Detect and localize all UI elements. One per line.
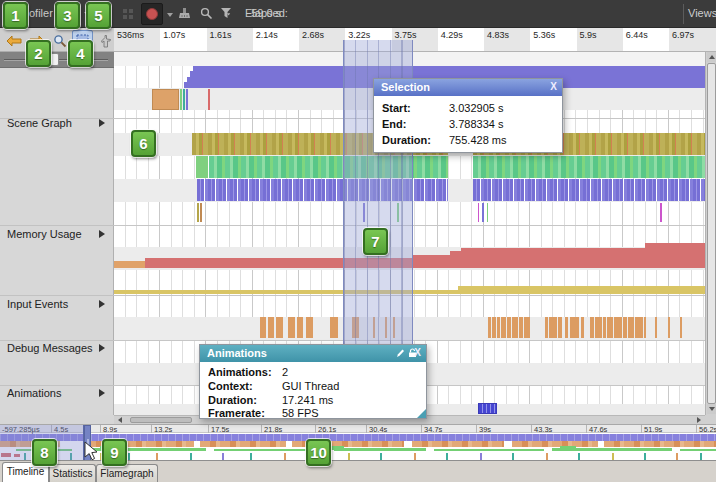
timeline-event-segment[interactable] bbox=[482, 203, 484, 222]
input-event-bar[interactable] bbox=[260, 317, 266, 338]
horizontal-scrollbar-thumb[interactable] bbox=[130, 417, 192, 423]
view-event-info-hand-icon[interactable] bbox=[95, 30, 116, 50]
ruler-cell[interactable]: 4.83s bbox=[484, 28, 531, 52]
zoom-slider-handle[interactable] bbox=[50, 53, 59, 66]
timeline-event-segment[interactable] bbox=[478, 403, 497, 414]
close-icon[interactable]: X bbox=[414, 347, 421, 358]
timeline-event-segment[interactable] bbox=[645, 243, 706, 268]
timeline-event-segment[interactable] bbox=[183, 89, 185, 110]
input-event-bar[interactable] bbox=[607, 317, 613, 338]
input-event-bar[interactable] bbox=[497, 317, 500, 338]
input-event-bar[interactable] bbox=[276, 317, 283, 338]
close-icon[interactable]: X bbox=[550, 81, 557, 92]
input-event-bar[interactable] bbox=[512, 317, 518, 338]
record-dropdown-caret-icon[interactable] bbox=[167, 13, 173, 17]
vertical-scrollbar-thumb[interactable] bbox=[707, 63, 716, 404]
ruler-cell[interactable]: 2.68s bbox=[299, 28, 346, 52]
input-event-bar[interactable] bbox=[644, 317, 646, 338]
timeline-event-segment[interactable] bbox=[487, 203, 488, 222]
input-event-bar[interactable] bbox=[330, 317, 338, 338]
scroll-up-button[interactable] bbox=[707, 52, 716, 62]
timeline-event-segment[interactable] bbox=[197, 203, 199, 222]
record-button[interactable] bbox=[141, 3, 163, 25]
ruler-cell[interactable]: 4.29s bbox=[438, 28, 485, 52]
filter-icon[interactable] bbox=[220, 7, 238, 25]
timeline-event-segment[interactable] bbox=[196, 156, 208, 178]
timeline-event-segment[interactable] bbox=[180, 89, 182, 110]
search-timeline-icon[interactable] bbox=[200, 7, 218, 25]
sidebar-category-animations[interactable]: Animations bbox=[0, 386, 114, 402]
input-event-bar[interactable] bbox=[507, 317, 511, 338]
timeline-event-segment[interactable] bbox=[114, 261, 145, 268]
zoom-icon[interactable] bbox=[49, 30, 70, 50]
jump-previous-event-button[interactable] bbox=[3, 30, 24, 50]
input-event-bar[interactable] bbox=[306, 317, 313, 338]
timeline-event-segment[interactable] bbox=[461, 248, 645, 268]
resize-grip[interactable] bbox=[417, 409, 426, 418]
input-event-bar[interactable] bbox=[268, 317, 274, 338]
input-event-bar[interactable] bbox=[558, 317, 562, 338]
input-event-bar[interactable] bbox=[590, 317, 594, 338]
input-event-bar[interactable] bbox=[668, 317, 670, 338]
input-event-bar[interactable] bbox=[524, 317, 530, 338]
timeline-event-segment[interactable] bbox=[660, 203, 662, 222]
input-event-bar[interactable] bbox=[288, 317, 295, 338]
input-event-bar[interactable] bbox=[297, 317, 303, 338]
discard-data-icon[interactable] bbox=[178, 7, 196, 25]
timeline-event-segment[interactable] bbox=[208, 89, 210, 110]
timeline-event-segment[interactable] bbox=[200, 203, 202, 222]
zoom-slider[interactable] bbox=[0, 52, 114, 68]
sidebar-category-memory-usage[interactable]: Memory Usage bbox=[0, 227, 114, 243]
selection-popup-titlebar[interactable]: Selection X bbox=[374, 79, 562, 96]
scroll-right-button[interactable] bbox=[694, 417, 703, 424]
ruler-cell[interactable]: 6.97s bbox=[669, 28, 716, 52]
timeline-event-segment[interactable] bbox=[413, 255, 450, 268]
expand-arrow-icon[interactable] bbox=[99, 389, 105, 397]
input-event-bar[interactable] bbox=[581, 317, 584, 338]
input-event-bar[interactable] bbox=[655, 317, 657, 338]
timeline-event-segment[interactable] bbox=[473, 179, 706, 201]
scroll-down-button[interactable] bbox=[707, 404, 716, 414]
input-event-bar[interactable] bbox=[623, 317, 627, 338]
input-event-bar[interactable] bbox=[519, 317, 523, 338]
ruler-cell[interactable]: 5.9s bbox=[577, 28, 624, 52]
input-event-bar[interactable] bbox=[565, 317, 568, 338]
timeline-event-segment[interactable] bbox=[478, 203, 479, 222]
input-event-bar[interactable] bbox=[635, 317, 643, 338]
time-ruler[interactable]: 536ms1.07s1.61s2.14s2.68s3.22s3.75s4.29s… bbox=[114, 28, 716, 52]
input-event-bar[interactable] bbox=[545, 317, 548, 338]
ruler-cell[interactable]: 5.36s bbox=[530, 28, 577, 52]
sidebar-category-debug-messages[interactable]: Debug Messages bbox=[0, 341, 114, 357]
ruler-cell[interactable]: 2.14s bbox=[253, 28, 300, 52]
views-button[interactable]: Views bbox=[688, 7, 716, 19]
input-event-bar[interactable] bbox=[628, 317, 634, 338]
sidebar-category-input-events[interactable]: Input Events bbox=[0, 297, 114, 313]
input-event-bar[interactable] bbox=[595, 317, 602, 338]
timeline-event-segment[interactable] bbox=[186, 89, 188, 110]
ruler-cell[interactable]: 536ms bbox=[114, 28, 161, 52]
input-event-bar[interactable] bbox=[488, 317, 491, 338]
ruler-cell[interactable]: 1.07s bbox=[160, 28, 207, 52]
scroll-left-button[interactable] bbox=[115, 417, 124, 424]
tab-statistics[interactable]: Statistics bbox=[49, 464, 96, 482]
tab-flamegraph[interactable]: Flamegraph bbox=[96, 464, 158, 482]
timeline-event-segment[interactable] bbox=[458, 286, 706, 294]
timeline-event-segment[interactable] bbox=[152, 89, 179, 110]
expand-arrow-icon[interactable] bbox=[99, 230, 105, 238]
timeline-event-segment[interactable] bbox=[450, 251, 461, 268]
input-event-bar[interactable] bbox=[680, 317, 682, 338]
vertical-scrollbar[interactable] bbox=[705, 52, 716, 415]
ruler-cell[interactable]: 1.61s bbox=[207, 28, 254, 52]
input-event-bar[interactable] bbox=[603, 317, 606, 338]
expand-arrow-icon[interactable] bbox=[99, 119, 105, 127]
input-event-bar[interactable] bbox=[492, 317, 496, 338]
expand-arrow-icon[interactable] bbox=[99, 344, 105, 352]
input-event-bar[interactable] bbox=[549, 317, 557, 338]
animations-popup-titlebar[interactable]: Animations X bbox=[200, 345, 426, 362]
input-event-bar[interactable] bbox=[570, 317, 579, 338]
timeline-event-segment[interactable] bbox=[473, 156, 706, 178]
ruler-cell[interactable]: 6.44s bbox=[623, 28, 670, 52]
expand-arrow-icon[interactable] bbox=[99, 300, 105, 308]
input-event-bar[interactable] bbox=[614, 317, 622, 338]
profiler-selector[interactable]: ofiler bbox=[29, 7, 53, 19]
